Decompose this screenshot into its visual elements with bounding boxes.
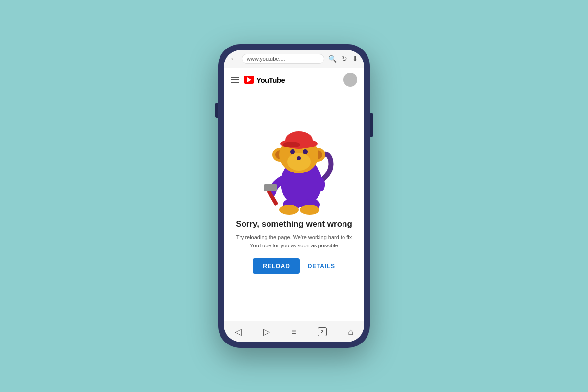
- svg-point-10: [287, 153, 311, 171]
- browser-back-icon[interactable]: ←: [230, 54, 238, 63]
- nav-home-icon[interactable]: ⌂: [348, 327, 353, 337]
- svg-point-16: [283, 142, 300, 147]
- phone-screen: ← www.youtube.... 🔍 ↻ ⬇ YouTube: [224, 50, 364, 342]
- search-icon[interactable]: 🔍: [328, 55, 337, 63]
- refresh-icon[interactable]: ↻: [342, 55, 347, 63]
- url-text: www.youtube....: [247, 56, 285, 62]
- avatar[interactable]: [343, 73, 357, 87]
- nav-forward-icon[interactable]: ▷: [263, 326, 270, 337]
- hamburger-menu-icon[interactable]: [231, 77, 239, 83]
- svg-point-11: [290, 149, 295, 154]
- svg-point-12: [303, 149, 308, 154]
- bottom-navigation-bar: ◁ ▷ ≡ 2 ⌂: [224, 321, 364, 342]
- error-title: Sorry, something went wrong: [236, 220, 352, 229]
- nav-tabs-icon[interactable]: 2: [318, 327, 327, 336]
- svg-point-3: [279, 205, 299, 215]
- reload-button[interactable]: RELOAD: [253, 258, 299, 274]
- svg-rect-18: [264, 184, 277, 191]
- nav-menu-icon[interactable]: ≡: [291, 327, 296, 337]
- error-subtitle: Try reloading the page. We're working ha…: [234, 233, 354, 249]
- error-content-area: Sorry, something went wrong Try reloadin…: [224, 92, 364, 321]
- error-action-buttons: RELOAD DETAILS: [253, 258, 335, 274]
- youtube-logo: YouTube: [244, 76, 285, 84]
- download-icon[interactable]: ⬇: [352, 55, 358, 63]
- browser-address-bar: ← www.youtube.... 🔍 ↻ ⬇: [224, 50, 364, 68]
- browser-url-bar[interactable]: www.youtube....: [242, 54, 324, 64]
- youtube-header: YouTube: [224, 68, 364, 92]
- tabs-count: 2: [321, 329, 323, 334]
- svg-point-4: [300, 205, 319, 215]
- youtube-wordmark: YouTube: [256, 76, 285, 84]
- nav-back-icon[interactable]: ◁: [235, 326, 242, 337]
- details-button[interactable]: DETAILS: [308, 263, 335, 270]
- svg-point-13: [297, 156, 301, 160]
- youtube-play-icon: [244, 76, 254, 84]
- error-monkey-illustration: [245, 97, 343, 215]
- browser-action-icons: 🔍 ↻ ⬇: [328, 55, 358, 63]
- phone-frame: ← www.youtube.... 🔍 ↻ ⬇ YouTube: [218, 44, 370, 348]
